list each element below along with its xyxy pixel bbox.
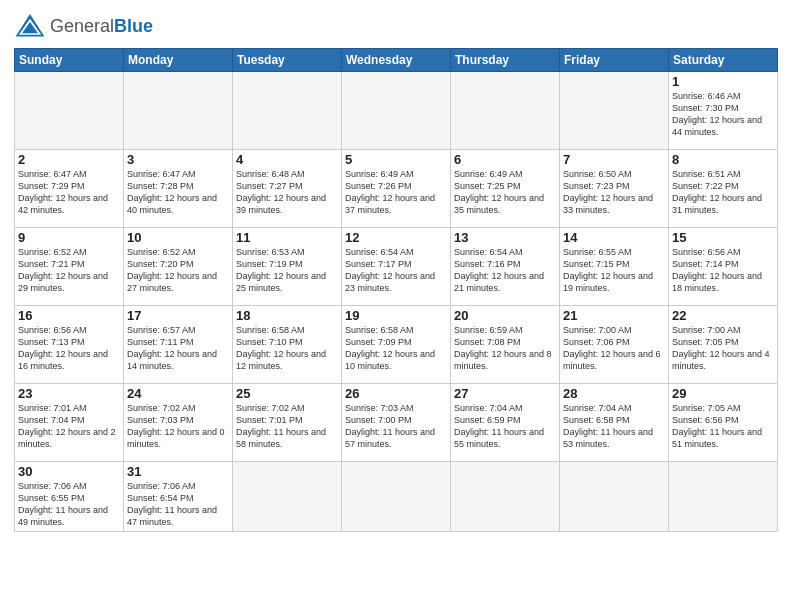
sunrise-text: Sunrise: 7:00 AM [672, 325, 741, 335]
day-number: 9 [18, 230, 120, 245]
weekday-header-thursday: Thursday [451, 49, 560, 72]
day-cell: 2Sunrise: 6:47 AMSunset: 7:29 PMDaylight… [15, 150, 124, 228]
day-number: 14 [563, 230, 665, 245]
sunset-text: Sunset: 7:23 PM [563, 181, 630, 191]
sunrise-text: Sunrise: 6:47 AM [127, 169, 196, 179]
day-info: Sunrise: 6:49 AMSunset: 7:25 PMDaylight:… [454, 168, 556, 217]
daylight-text: Daylight: 12 hours and 33 minutes. [563, 193, 653, 215]
day-cell: 11Sunrise: 6:53 AMSunset: 7:19 PMDayligh… [233, 228, 342, 306]
sunrise-text: Sunrise: 6:49 AM [454, 169, 523, 179]
day-number: 12 [345, 230, 447, 245]
sunrise-text: Sunrise: 6:58 AM [345, 325, 414, 335]
day-info: Sunrise: 7:04 AMSunset: 6:58 PMDaylight:… [563, 402, 665, 451]
day-cell [560, 72, 669, 150]
sunrise-text: Sunrise: 7:02 AM [127, 403, 196, 413]
day-number: 5 [345, 152, 447, 167]
sunrise-text: Sunrise: 6:57 AM [127, 325, 196, 335]
sunrise-text: Sunrise: 7:00 AM [563, 325, 632, 335]
sunrise-text: Sunrise: 7:04 AM [563, 403, 632, 413]
day-number: 22 [672, 308, 774, 323]
day-info: Sunrise: 7:06 AMSunset: 6:55 PMDaylight:… [18, 480, 120, 529]
sunset-text: Sunset: 6:59 PM [454, 415, 521, 425]
day-info: Sunrise: 6:58 AMSunset: 7:10 PMDaylight:… [236, 324, 338, 373]
day-info: Sunrise: 6:48 AMSunset: 7:27 PMDaylight:… [236, 168, 338, 217]
day-number: 1 [672, 74, 774, 89]
sunset-text: Sunset: 7:25 PM [454, 181, 521, 191]
week-row-1: 1Sunrise: 6:46 AMSunset: 7:30 PMDaylight… [15, 72, 778, 150]
sunrise-text: Sunrise: 6:49 AM [345, 169, 414, 179]
daylight-text: Daylight: 12 hours and 44 minutes. [672, 115, 762, 137]
sunset-text: Sunset: 7:16 PM [454, 259, 521, 269]
day-number: 21 [563, 308, 665, 323]
day-info: Sunrise: 6:55 AMSunset: 7:15 PMDaylight:… [563, 246, 665, 295]
day-cell: 22Sunrise: 7:00 AMSunset: 7:05 PMDayligh… [669, 306, 778, 384]
daylight-text: Daylight: 12 hours and 39 minutes. [236, 193, 326, 215]
sunrise-text: Sunrise: 6:52 AM [127, 247, 196, 257]
day-cell [233, 72, 342, 150]
week-row-3: 9Sunrise: 6:52 AMSunset: 7:21 PMDaylight… [15, 228, 778, 306]
day-cell: 6Sunrise: 6:49 AMSunset: 7:25 PMDaylight… [451, 150, 560, 228]
day-cell: 29Sunrise: 7:05 AMSunset: 6:56 PMDayligh… [669, 384, 778, 462]
day-cell: 25Sunrise: 7:02 AMSunset: 7:01 PMDayligh… [233, 384, 342, 462]
daylight-text: Daylight: 12 hours and 14 minutes. [127, 349, 217, 371]
sunrise-text: Sunrise: 7:04 AM [454, 403, 523, 413]
logo-area: GeneralBlue [14, 12, 153, 40]
header: GeneralBlue [14, 12, 778, 40]
sunset-text: Sunset: 7:17 PM [345, 259, 412, 269]
day-number: 19 [345, 308, 447, 323]
sunrise-text: Sunrise: 6:50 AM [563, 169, 632, 179]
day-cell: 30Sunrise: 7:06 AMSunset: 6:55 PMDayligh… [15, 462, 124, 532]
day-number: 8 [672, 152, 774, 167]
day-info: Sunrise: 7:01 AMSunset: 7:04 PMDaylight:… [18, 402, 120, 451]
day-cell: 4Sunrise: 6:48 AMSunset: 7:27 PMDaylight… [233, 150, 342, 228]
sunrise-text: Sunrise: 6:58 AM [236, 325, 305, 335]
day-info: Sunrise: 6:52 AMSunset: 7:21 PMDaylight:… [18, 246, 120, 295]
day-info: Sunrise: 6:54 AMSunset: 7:16 PMDaylight:… [454, 246, 556, 295]
day-cell: 9Sunrise: 6:52 AMSunset: 7:21 PMDaylight… [15, 228, 124, 306]
sunset-text: Sunset: 7:20 PM [127, 259, 194, 269]
day-info: Sunrise: 7:03 AMSunset: 7:00 PMDaylight:… [345, 402, 447, 451]
weekday-header-sunday: Sunday [15, 49, 124, 72]
sunset-text: Sunset: 7:29 PM [18, 181, 85, 191]
daylight-text: Daylight: 11 hours and 57 minutes. [345, 427, 435, 449]
daylight-text: Daylight: 12 hours and 35 minutes. [454, 193, 544, 215]
day-cell [451, 462, 560, 532]
sunset-text: Sunset: 6:55 PM [18, 493, 85, 503]
daylight-text: Daylight: 12 hours and 25 minutes. [236, 271, 326, 293]
day-number: 6 [454, 152, 556, 167]
weekday-header-row: SundayMondayTuesdayWednesdayThursdayFrid… [15, 49, 778, 72]
logo-icon [14, 12, 46, 40]
day-cell: 26Sunrise: 7:03 AMSunset: 7:00 PMDayligh… [342, 384, 451, 462]
sunset-text: Sunset: 7:14 PM [672, 259, 739, 269]
day-cell: 27Sunrise: 7:04 AMSunset: 6:59 PMDayligh… [451, 384, 560, 462]
day-cell: 12Sunrise: 6:54 AMSunset: 7:17 PMDayligh… [342, 228, 451, 306]
sunset-text: Sunset: 7:10 PM [236, 337, 303, 347]
day-info: Sunrise: 6:46 AMSunset: 7:30 PMDaylight:… [672, 90, 774, 139]
day-number: 18 [236, 308, 338, 323]
sunset-text: Sunset: 7:09 PM [345, 337, 412, 347]
sunset-text: Sunset: 7:26 PM [345, 181, 412, 191]
day-number: 29 [672, 386, 774, 401]
day-info: Sunrise: 6:47 AMSunset: 7:28 PMDaylight:… [127, 168, 229, 217]
daylight-text: Daylight: 12 hours and 37 minutes. [345, 193, 435, 215]
day-info: Sunrise: 7:02 AMSunset: 7:03 PMDaylight:… [127, 402, 229, 451]
daylight-text: Daylight: 12 hours and 18 minutes. [672, 271, 762, 293]
day-cell: 1Sunrise: 6:46 AMSunset: 7:30 PMDaylight… [669, 72, 778, 150]
day-info: Sunrise: 6:54 AMSunset: 7:17 PMDaylight:… [345, 246, 447, 295]
day-number: 27 [454, 386, 556, 401]
sunrise-text: Sunrise: 7:06 AM [18, 481, 87, 491]
day-number: 15 [672, 230, 774, 245]
sunset-text: Sunset: 7:11 PM [127, 337, 194, 347]
day-number: 17 [127, 308, 229, 323]
week-row-5: 23Sunrise: 7:01 AMSunset: 7:04 PMDayligh… [15, 384, 778, 462]
day-cell: 31Sunrise: 7:06 AMSunset: 6:54 PMDayligh… [124, 462, 233, 532]
daylight-text: Daylight: 12 hours and 0 minutes. [127, 427, 225, 449]
sunset-text: Sunset: 7:15 PM [563, 259, 630, 269]
day-cell [342, 462, 451, 532]
day-info: Sunrise: 6:53 AMSunset: 7:19 PMDaylight:… [236, 246, 338, 295]
weekday-header-monday: Monday [124, 49, 233, 72]
day-cell: 18Sunrise: 6:58 AMSunset: 7:10 PMDayligh… [233, 306, 342, 384]
day-number: 23 [18, 386, 120, 401]
sunset-text: Sunset: 7:05 PM [672, 337, 739, 347]
sunset-text: Sunset: 7:13 PM [18, 337, 85, 347]
